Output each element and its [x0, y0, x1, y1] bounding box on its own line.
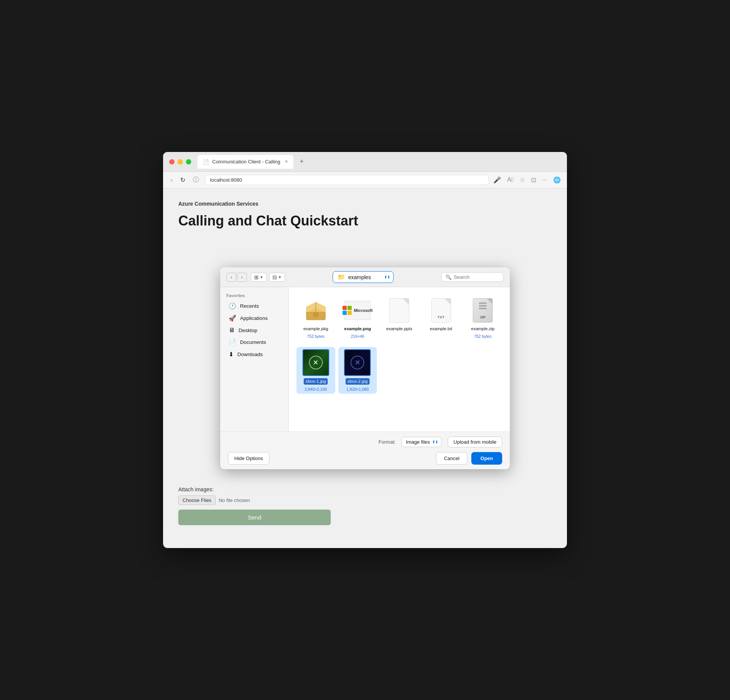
documents-icon: 📄 [229, 339, 236, 346]
xbox1-name: xbox-1.jpg [304, 378, 328, 385]
cancel-button[interactable]: Cancel [436, 452, 467, 465]
xbox1-logo: ✕ [309, 356, 323, 369]
svg-rect-5 [313, 312, 319, 317]
xbox2-thumbnail: ✕ [344, 349, 371, 376]
pptx-thumbnail [386, 297, 413, 324]
zip-lines [479, 302, 487, 309]
xbox2-name: xbox-2.jpg [346, 378, 370, 385]
sidebar-item-documents[interactable]: 📄 Documents [223, 336, 286, 348]
location-chevron-icon: ⬆⬇ [384, 275, 390, 279]
file-item-zip[interactable]: ZIP example.zip 752 bytes [463, 295, 502, 341]
picker-sidebar: Favorites 🕐 Recents 🚀 Applications 🖥 Des… [220, 287, 289, 432]
title-bar: 📄 Communication Client - Calling ✕ + [163, 152, 567, 172]
zip-name: example.zip [471, 326, 495, 332]
xbox1-thumbnail: ✕ [303, 349, 329, 376]
pkg-meta: 752 bytes [307, 334, 325, 339]
mic-icon: 🎤 [493, 176, 501, 184]
png-name: example.png [344, 326, 371, 332]
minimize-button[interactable] [178, 159, 183, 165]
pkg-icon [304, 299, 327, 322]
view-toggle: ⊞ ▼ ⊟ ▼ [251, 273, 285, 282]
xbox1-image: ✕ [303, 349, 329, 376]
txt-thumbnail: TXT [428, 297, 455, 324]
search-box[interactable]: 🔍 [441, 272, 504, 282]
ms-text: Microsoft [354, 308, 373, 313]
picker-back-button[interactable]: ‹ [226, 273, 236, 282]
applications-icon: 🚀 [229, 315, 236, 322]
list-view-button[interactable]: ⊟ ▼ [269, 273, 285, 282]
xbox1-bg: ✕ [303, 350, 328, 375]
applications-label: Applications [240, 315, 268, 321]
page-content: Azure Communication Services Calling and… [163, 189, 567, 548]
address-bar[interactable]: localhost:8080 [205, 175, 489, 185]
picker-actions-row: Hide Options Cancel Open [228, 452, 502, 465]
zip-label: ZIP [480, 315, 485, 319]
picker-nav-buttons: ‹ › [226, 273, 247, 282]
modal-overlay: ‹ › ⊞ ▼ ⊟ ▼ [163, 189, 567, 548]
ms-red-sq [343, 306, 347, 310]
txt-icon: TXT [431, 298, 451, 323]
ms-yellow-sq [347, 311, 352, 315]
ms-blue-sq [343, 311, 347, 315]
split-view-icon: ⊡ [531, 176, 536, 184]
profile-icon: 🌐 [553, 176, 561, 184]
grid-view-button[interactable]: ⊞ ▼ [251, 273, 267, 282]
file-item-pptx[interactable]: example.pptx [380, 295, 419, 341]
pptx-icon [389, 298, 409, 323]
file-picker-dialog: ‹ › ⊞ ▼ ⊟ ▼ [220, 267, 510, 469]
search-icon: 🔍 [445, 274, 451, 280]
png-preview: Microsoft [344, 301, 371, 320]
grid-icon: ⊞ [254, 274, 259, 280]
tab-title: Communication Client - Calling [212, 159, 280, 165]
maximize-button[interactable] [186, 159, 191, 165]
info-button[interactable]: ⓘ [191, 174, 200, 185]
recents-icon: 🕐 [229, 302, 236, 310]
location-dropdown[interactable]: 📁 examples ⬆⬇ [333, 271, 394, 283]
sidebar-item-downloads[interactable]: ⬇ Downloads [223, 348, 286, 360]
nav-bar: ‹ ↻ ⓘ localhost:8080 🎤 A⃣ ☆ ⊡ ··· 🌐 [163, 172, 567, 189]
sidebar-favorites-label: Favorites [220, 293, 288, 298]
file-item-txt[interactable]: TXT example.txt [422, 295, 461, 341]
bookmark-icon: ☆ [520, 176, 525, 184]
format-dropdown[interactable]: Image files ⬆⬇ [402, 437, 442, 447]
active-tab[interactable]: 📄 Communication Client - Calling ✕ [197, 155, 293, 169]
file-item-png[interactable]: Microsoft example.png 216×46 [338, 295, 377, 341]
tab-page-icon: 📄 [203, 159, 209, 165]
file-item-xbox1[interactable]: ✕ xbox-1.jpg 3,840×2,160 [296, 347, 335, 394]
location-selector: 📁 examples ⬆⬇ [289, 271, 437, 283]
txt-label: TXT [437, 315, 445, 319]
search-input[interactable] [454, 274, 499, 280]
pkg-name: example.pkg [303, 326, 328, 332]
xbox2-logo: ✕ [351, 356, 364, 369]
zip-line-1 [479, 302, 487, 304]
txt-name: example.txt [430, 326, 452, 332]
upload-mobile-button[interactable]: Upload from mobile [448, 436, 502, 447]
xbox1-meta: 3,840×2,160 [304, 387, 327, 392]
ms-logo [343, 306, 352, 315]
location-name: examples [348, 274, 371, 280]
translate-icon: A⃣ [507, 176, 514, 184]
grid-chevron: ▼ [260, 275, 263, 279]
picker-forward-button[interactable]: › [237, 273, 247, 282]
file-item-pkg[interactable]: example.pkg 752 bytes [296, 295, 335, 341]
picker-toolbar: ‹ › ⊞ ▼ ⊟ ▼ [220, 267, 510, 287]
picker-right-buttons: Cancel Open [436, 452, 502, 465]
picker-format-row: Format: Image files ⬆⬇ Upload from mobil… [228, 436, 502, 447]
pkg-thumbnail [303, 297, 329, 324]
sidebar-item-recents[interactable]: 🕐 Recents [223, 300, 286, 312]
refresh-button[interactable]: ↻ [179, 175, 187, 185]
zip-icon: ZIP [473, 298, 493, 323]
new-tab-button[interactable]: + [296, 156, 307, 167]
close-button[interactable] [169, 159, 174, 165]
list-icon: ⊟ [272, 274, 277, 280]
open-button[interactable]: Open [471, 452, 502, 465]
sidebar-item-desktop[interactable]: 🖥 Desktop [223, 324, 286, 336]
tab-close-icon[interactable]: ✕ [285, 159, 288, 164]
picker-footer: Format: Image files ⬆⬇ Upload from mobil… [220, 432, 510, 469]
back-button[interactable]: ‹ [169, 175, 174, 185]
list-chevron: ▼ [278, 275, 282, 279]
sidebar-item-applications[interactable]: 🚀 Applications [223, 312, 286, 324]
xbox2-bg: ✕ [345, 350, 370, 375]
hide-options-button[interactable]: Hide Options [228, 452, 269, 465]
file-item-xbox2[interactable]: ✕ xbox-2.jpg 1,920×1,080 [338, 347, 377, 394]
